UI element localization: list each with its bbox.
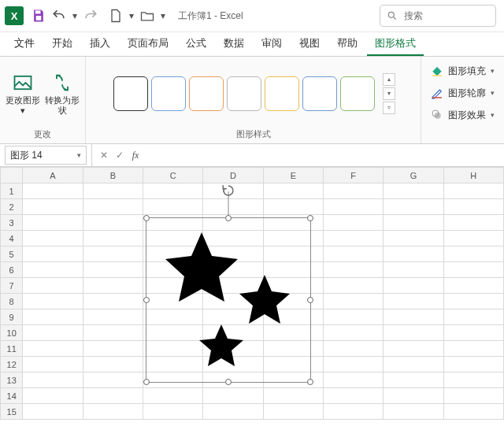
cell[interactable] — [384, 231, 443, 246]
row-header[interactable]: 14 — [1, 388, 23, 404]
cell[interactable] — [384, 278, 443, 294]
shape-styles-gallery[interactable] — [112, 76, 376, 111]
cell[interactable] — [83, 246, 143, 262]
cell[interactable] — [443, 357, 503, 372]
cell[interactable] — [23, 309, 83, 325]
undo-dropdown[interactable]: ▾ — [69, 5, 80, 27]
cell[interactable] — [143, 183, 203, 199]
cell[interactable] — [323, 357, 383, 372]
shape-effects-button[interactable]: 图形效果 ▾ — [428, 106, 498, 124]
cell[interactable] — [203, 404, 263, 420]
shape-style-swatch[interactable] — [340, 76, 375, 111]
tab-home[interactable]: 开始 — [44, 32, 80, 56]
name-box[interactable]: 图形 14 ▾ — [5, 146, 87, 165]
cell[interactable] — [263, 404, 323, 420]
cell[interactable] — [443, 246, 503, 262]
tab-shape-format[interactable]: 图形格式 — [367, 32, 424, 56]
shape-outline-button[interactable]: 图形轮廓 ▾ — [428, 83, 498, 102]
column-header[interactable]: F — [323, 168, 383, 183]
cell[interactable] — [143, 404, 203, 420]
cell[interactable] — [384, 388, 443, 404]
cell[interactable] — [83, 199, 143, 215]
cell[interactable] — [443, 294, 503, 309]
cell[interactable] — [83, 278, 143, 294]
row-header[interactable]: 5 — [1, 246, 23, 262]
open-button[interactable] — [137, 5, 158, 27]
cell[interactable] — [83, 325, 143, 341]
cell[interactable] — [384, 294, 443, 309]
cell[interactable] — [384, 215, 443, 231]
cell[interactable] — [143, 199, 203, 215]
styles-scroll-up[interactable]: ▴ — [383, 73, 395, 86]
cell[interactable] — [384, 341, 443, 357]
shape-style-swatch[interactable] — [227, 76, 261, 111]
cell[interactable] — [384, 325, 443, 341]
tab-help[interactable]: 帮助 — [329, 32, 365, 56]
accept-formula-button[interactable]: ✓ — [113, 150, 127, 161]
row-header[interactable]: 4 — [1, 231, 23, 246]
cell[interactable] — [323, 372, 383, 388]
cell[interactable] — [83, 309, 143, 325]
tab-formulas[interactable]: 公式 — [178, 32, 214, 56]
cell[interactable] — [23, 183, 83, 199]
cell[interactable] — [323, 231, 383, 246]
cell[interactable] — [23, 372, 83, 388]
cell[interactable] — [23, 262, 83, 278]
shape-style-swatch[interactable] — [151, 76, 186, 111]
new-file-button[interactable] — [106, 5, 126, 27]
cell[interactable] — [323, 404, 383, 420]
tab-data[interactable]: 数据 — [216, 32, 252, 56]
shape-fill-button[interactable]: 图形填充 ▾ — [428, 61, 498, 80]
cell[interactable] — [384, 183, 443, 199]
cell[interactable] — [23, 341, 83, 357]
cell[interactable] — [323, 341, 383, 357]
cell[interactable] — [384, 404, 443, 420]
cell[interactable] — [323, 278, 383, 294]
cell[interactable] — [443, 372, 503, 388]
row-header[interactable]: 12 — [1, 357, 23, 372]
cell[interactable] — [443, 341, 503, 357]
undo-button[interactable] — [49, 5, 69, 27]
shape-style-swatch[interactable] — [189, 76, 224, 111]
tab-view[interactable]: 视图 — [291, 32, 328, 56]
cell[interactable] — [83, 231, 143, 246]
cell[interactable] — [384, 357, 443, 372]
cell[interactable] — [263, 183, 323, 199]
cell[interactable] — [23, 278, 83, 294]
cell[interactable] — [443, 404, 503, 420]
cell[interactable] — [384, 262, 443, 278]
cell[interactable] — [83, 183, 143, 199]
cell[interactable] — [323, 262, 383, 278]
worksheet-area[interactable]: ABCDEFGH 123456789101112131415 — [0, 167, 504, 441]
row-header[interactable]: 7 — [1, 278, 23, 294]
cell[interactable] — [23, 231, 83, 246]
row-header[interactable]: 15 — [1, 404, 23, 420]
cell[interactable] — [83, 215, 143, 231]
cell[interactable] — [323, 294, 383, 309]
search-box[interactable] — [380, 5, 496, 27]
shape-style-swatch[interactable] — [265, 76, 299, 111]
column-header[interactable]: E — [263, 168, 323, 183]
cell[interactable] — [83, 294, 143, 309]
styles-scroll-down[interactable]: ▾ — [383, 87, 395, 100]
cell[interactable] — [443, 215, 503, 231]
row-header[interactable]: 9 — [1, 309, 23, 325]
column-header[interactable]: C — [143, 168, 203, 183]
row-header[interactable]: 2 — [1, 199, 23, 215]
tab-page-layout[interactable]: 页面布局 — [120, 32, 176, 56]
formula-input[interactable] — [147, 150, 504, 161]
new-file-dropdown[interactable]: ▾ — [126, 5, 137, 27]
cell[interactable] — [443, 309, 503, 325]
cell[interactable] — [443, 231, 503, 246]
cell[interactable] — [384, 199, 443, 215]
cell[interactable] — [443, 325, 503, 341]
row-header[interactable]: 8 — [1, 294, 23, 309]
selected-shape[interactable] — [146, 217, 311, 383]
column-header[interactable]: B — [83, 168, 143, 183]
cell[interactable] — [323, 309, 383, 325]
cell[interactable] — [443, 278, 503, 294]
tab-file[interactable]: 文件 — [6, 32, 43, 56]
column-header[interactable]: D — [203, 168, 263, 183]
cell[interactable] — [443, 262, 503, 278]
cell[interactable] — [384, 372, 443, 388]
